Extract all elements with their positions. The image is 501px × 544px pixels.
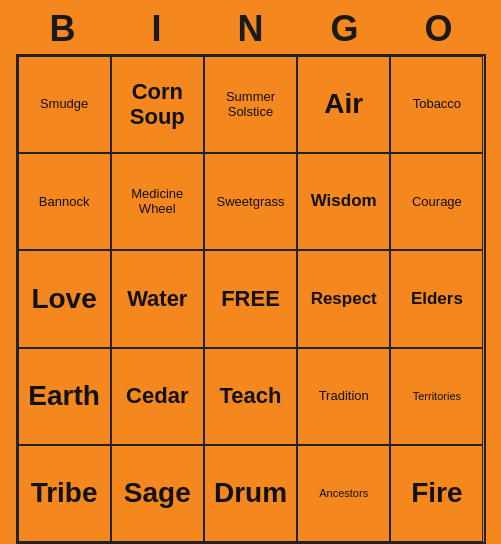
bingo-cell-22: Drum [204, 445, 297, 542]
cell-text-20: Tribe [23, 478, 106, 509]
bingo-cell-6: Medicine Wheel [111, 153, 204, 250]
cell-text-15: Earth [23, 381, 106, 412]
cell-text-14: Elders [395, 290, 478, 309]
bingo-cell-5: Bannock [18, 153, 111, 250]
bingo-cell-9: Courage [390, 153, 483, 250]
cell-text-4: Tobacco [395, 97, 478, 111]
cell-text-10: Love [23, 284, 106, 315]
bingo-cell-0: Smudge [18, 56, 111, 153]
cell-text-24: Fire [395, 478, 478, 509]
header-letter-g: G [301, 8, 389, 50]
bingo-cell-20: Tribe [18, 445, 111, 542]
bingo-cell-17: Teach [204, 348, 297, 445]
cell-text-17: Teach [209, 384, 292, 408]
cell-text-9: Courage [395, 195, 478, 209]
bingo-cell-13: Respect [297, 250, 390, 347]
bingo-cell-16: Cedar [111, 348, 204, 445]
bingo-header: BINGO [16, 0, 486, 54]
bingo-cell-19: Territories [390, 348, 483, 445]
cell-text-22: Drum [209, 478, 292, 509]
bingo-cell-3: Air [297, 56, 390, 153]
cell-text-7: Sweetgrass [209, 195, 292, 209]
bingo-cell-11: Water [111, 250, 204, 347]
bingo-cell-24: Fire [390, 445, 483, 542]
bingo-grid: SmudgeCorn SoupSummer SolsticeAirTobacco… [16, 54, 486, 544]
cell-text-21: Sage [116, 478, 199, 509]
header-letter-i: I [113, 8, 201, 50]
cell-text-11: Water [116, 287, 199, 311]
bingo-cell-21: Sage [111, 445, 204, 542]
cell-text-8: Wisdom [302, 192, 385, 211]
header-letter-b: B [19, 8, 107, 50]
cell-text-23: Ancestors [302, 487, 385, 499]
bingo-cell-12: FREE [204, 250, 297, 347]
header-letter-o: O [395, 8, 483, 50]
bingo-cell-18: Tradition [297, 348, 390, 445]
cell-text-13: Respect [302, 290, 385, 309]
cell-text-0: Smudge [23, 97, 106, 111]
header-letter-n: N [207, 8, 295, 50]
cell-text-3: Air [302, 89, 385, 120]
bingo-cell-2: Summer Solstice [204, 56, 297, 153]
bingo-cell-14: Elders [390, 250, 483, 347]
bingo-cell-8: Wisdom [297, 153, 390, 250]
bingo-cell-15: Earth [18, 348, 111, 445]
bingo-cell-1: Corn Soup [111, 56, 204, 153]
bingo-cell-23: Ancestors [297, 445, 390, 542]
cell-text-16: Cedar [116, 384, 199, 408]
bingo-cell-7: Sweetgrass [204, 153, 297, 250]
cell-text-18: Tradition [302, 389, 385, 403]
cell-text-12: FREE [209, 287, 292, 311]
cell-text-1: Corn Soup [116, 80, 199, 128]
cell-text-2: Summer Solstice [209, 90, 292, 119]
cell-text-6: Medicine Wheel [116, 187, 199, 216]
bingo-cell-4: Tobacco [390, 56, 483, 153]
cell-text-19: Territories [395, 390, 478, 402]
bingo-cell-10: Love [18, 250, 111, 347]
cell-text-5: Bannock [23, 195, 106, 209]
